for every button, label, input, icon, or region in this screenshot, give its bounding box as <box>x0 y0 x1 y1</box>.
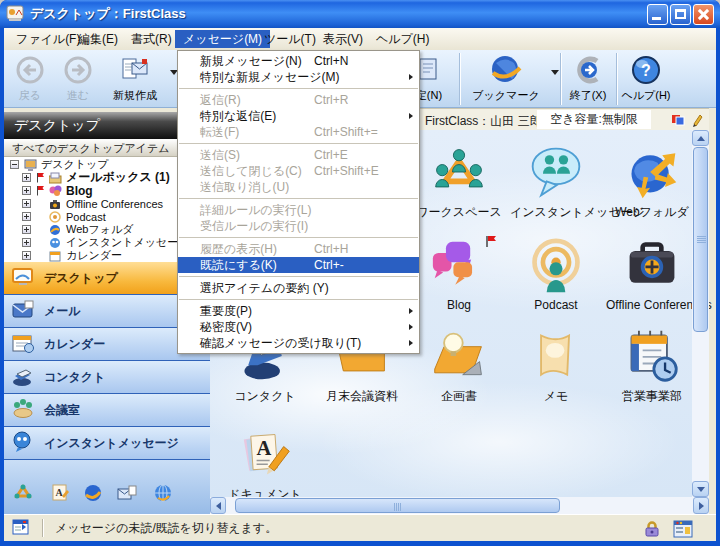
menu-view[interactable]: 表示(V) <box>315 30 371 48</box>
menu-format[interactable]: 書式(R) <box>123 30 180 48</box>
new-message-button[interactable]: 新規作成 <box>104 53 166 103</box>
bookmark-dropdown-icon[interactable] <box>551 70 559 75</box>
menu-item-show-history[interactable]: 履歴の表示(H)Ctrl+H <box>178 241 419 257</box>
close-button[interactable] <box>693 4 714 25</box>
expand-icon[interactable] <box>22 212 31 221</box>
document-icon: A <box>237 426 293 482</box>
nav-meeting-room-button[interactable]: 会議室 <box>4 394 210 426</box>
menu-edit[interactable]: 編集(E) <box>70 30 126 48</box>
scroll-down-button[interactable] <box>692 481 709 497</box>
tree-item-mailbox[interactable]: メールボックス (1) <box>22 171 170 184</box>
menu-item-mark-as-read[interactable]: 既読にする(K)Ctrl+- <box>178 257 419 273</box>
menu-item-unsend[interactable]: 送信取り消し(U) <box>178 179 419 195</box>
menu-item-receipt-confirmation[interactable]: 確認メッセージの受け取り(T) <box>178 335 419 351</box>
menu-tools[interactable]: ツール(T) <box>256 30 324 48</box>
desktop-tree-icon <box>24 159 37 171</box>
vertical-scroll-thumb[interactable] <box>693 147 708 332</box>
flag-icon <box>485 234 497 248</box>
desktop-icon-document[interactable]: A ドキュメント <box>219 426 311 503</box>
expand-icon[interactable] <box>22 199 31 208</box>
forward-button[interactable]: 進む <box>56 53 100 103</box>
meeting-nav-icon <box>11 398 35 423</box>
mailbox-tree-icon <box>49 172 62 184</box>
exit-icon <box>564 53 612 87</box>
title-bar[interactable]: デスクトップ：FirstClass <box>0 0 720 28</box>
expand-icon[interactable] <box>22 173 31 182</box>
account-name: FirstClass：山田 三郎 <box>425 113 542 130</box>
desktop-icon-sales-dept[interactable]: 営業事業部 <box>606 328 698 405</box>
expand-icon[interactable] <box>22 186 31 195</box>
desktop-icon-workspace[interactable]: ワークスペース <box>413 144 505 221</box>
menu-item-special-reply[interactable]: 特別な返信(E) <box>178 108 419 124</box>
mail-mini-icon[interactable] <box>116 482 138 507</box>
workspace-mini-icon[interactable] <box>12 482 34 507</box>
webfolder-icon <box>624 144 680 200</box>
bookmark-button[interactable]: ブックマーク <box>465 53 547 103</box>
blog-tree-icon <box>49 185 62 197</box>
document-mini-icon[interactable]: A <box>48 482 70 507</box>
menu-item-new-message[interactable]: 新規メッセージ(N)Ctrl+N <box>178 53 419 69</box>
menu-help[interactable]: ヘルプ(H) <box>368 30 438 48</box>
menu-item-run-receive-rules[interactable]: 受信ルールの実行(I) <box>178 218 419 234</box>
webfolder-mini-icon[interactable] <box>82 482 104 507</box>
scroll-up-button[interactable] <box>692 130 709 146</box>
menu-item-sensitivity[interactable]: 秘密度(V) <box>178 319 419 335</box>
chevron-up-icon <box>697 136 705 141</box>
scroll-left-button[interactable] <box>210 497 226 514</box>
pencil-icon[interactable] <box>691 113 703 130</box>
sales-calendar-icon <box>624 328 680 384</box>
menu-item-send[interactable]: 送信(S)Ctrl+E <box>178 147 419 163</box>
webfolder-tree-icon <box>49 224 62 236</box>
window-toggle-icon[interactable] <box>12 519 30 538</box>
desktop-icon-instant-message[interactable]: インスタントメッセージ <box>510 144 602 221</box>
menu-item-summarize-selected[interactable]: 選択アイテムの要約 (Y) <box>178 280 419 296</box>
desktop-icon-webfolder[interactable]: Webフォルダ <box>606 144 698 221</box>
window-list-icon[interactable] <box>673 520 694 538</box>
menu-item-forward[interactable]: 転送(F)Ctrl+Shift+= <box>178 124 419 140</box>
memo-icon <box>528 328 584 384</box>
menu-item-reply[interactable]: 返信(R)Ctrl+R <box>178 92 419 108</box>
menu-item-send-and-close[interactable]: 送信して閉じる(C)Ctrl+Shift+E <box>178 163 419 179</box>
menu-item-special-new-message[interactable]: 特別な新規メッセージ(M) <box>178 69 419 85</box>
tree-item-blog[interactable]: Blog <box>22 184 93 197</box>
vertical-scrollbar[interactable] <box>692 130 709 497</box>
instant-message-icon <box>528 144 584 200</box>
expand-icon[interactable] <box>22 238 31 247</box>
tree-item-offline-conferences[interactable]: Offline Conferences <box>22 197 163 210</box>
svg-text:A: A <box>55 487 63 498</box>
desktop-icon-podcast[interactable]: Podcast <box>510 238 602 312</box>
scroll-right-button[interactable] <box>693 497 709 514</box>
menu-separator <box>179 299 418 300</box>
submenu-arrow-icon <box>409 324 413 330</box>
desktop-icon-blog[interactable]: Blog <box>413 238 505 312</box>
toolbar-separator <box>616 53 617 105</box>
nav-contact-button[interactable]: コンタクト <box>4 361 210 393</box>
menu-separator <box>179 237 418 238</box>
tree-item-calendar[interactable]: カレンダー <box>22 249 122 262</box>
web-mini-icon[interactable] <box>152 482 174 507</box>
nav-instant-message-button[interactable]: インスタントメッセージ <box>4 427 210 459</box>
collapse-icon[interactable] <box>10 160 19 169</box>
back-button[interactable]: 戻る <box>8 53 52 103</box>
horizontal-scrollbar[interactable] <box>210 497 709 514</box>
lock-icon[interactable] <box>643 520 660 538</box>
expand-icon[interactable] <box>22 251 31 260</box>
desktop-icon-proposal[interactable]: 企画書 <box>413 328 505 405</box>
calendar-nav-icon <box>11 332 35 357</box>
menu-item-importance[interactable]: 重要度(P) <box>178 303 419 319</box>
expand-icon[interactable] <box>22 225 31 234</box>
minimize-button[interactable] <box>647 4 668 25</box>
desktop-icon-offline-conferences[interactable]: Offline Conferences <box>606 238 698 312</box>
exit-button[interactable]: 終了(X) <box>564 53 612 103</box>
back-icon <box>8 53 52 87</box>
im-tree-icon <box>49 237 62 249</box>
help-button[interactable]: ? ヘルプ(H) <box>620 53 672 103</box>
horizontal-scroll-thumb[interactable] <box>235 498 560 513</box>
chevron-right-icon <box>699 502 704 510</box>
layers-icon[interactable] <box>671 114 685 129</box>
toolbar-separator <box>560 53 561 105</box>
quota-label: 空き容量:無制限 <box>537 110 651 129</box>
maximize-button[interactable] <box>670 4 691 25</box>
desktop-icon-memo[interactable]: メモ <box>510 328 602 405</box>
menu-item-run-advanced-rules[interactable]: 詳細ルールの実行(L) <box>178 202 419 218</box>
